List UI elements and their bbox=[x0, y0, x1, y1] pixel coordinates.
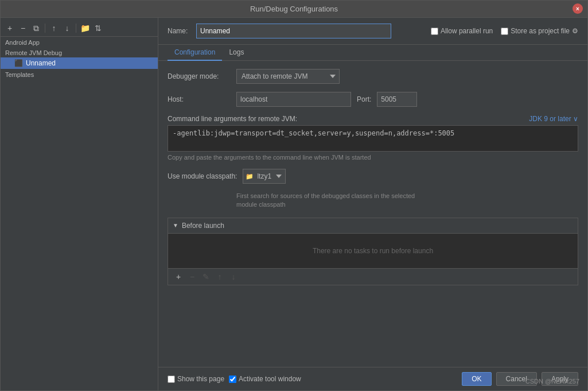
port-label: Port: bbox=[357, 95, 371, 103]
add-config-button[interactable]: + bbox=[4, 22, 15, 34]
options-group: Allow parallel run Store as project file… bbox=[431, 27, 578, 35]
command-header: Command line arguments for remote JVM: J… bbox=[168, 115, 578, 123]
sidebar-item-label: Unnamed bbox=[26, 59, 56, 67]
before-launch-section: ▼ Before launch There are no tasks to ru… bbox=[168, 218, 578, 285]
show-page-text: Show this page bbox=[177, 375, 224, 383]
name-input[interactable] bbox=[196, 24, 391, 38]
module-hint: First search for sources of the debugged… bbox=[168, 192, 578, 210]
debugger-mode-row: Debugger mode: Attach to remote JVM List… bbox=[168, 69, 578, 84]
remove-config-button[interactable]: − bbox=[17, 22, 29, 34]
config-body: Debugger mode: Attach to remote JVM List… bbox=[158, 61, 587, 367]
before-launch-body: There are no tasks to run before launch bbox=[168, 234, 578, 268]
bottom-row: Show this page Activate tool window OK C… bbox=[158, 367, 587, 390]
command-hint: Copy and paste the arguments to the comm… bbox=[168, 154, 578, 161]
tab-configuration[interactable]: Configuration bbox=[168, 45, 222, 61]
activate-tool-label[interactable]: Activate tool window bbox=[229, 375, 301, 383]
allow-parallel-checkbox[interactable] bbox=[431, 28, 438, 35]
debugger-mode-label: Debugger mode: bbox=[168, 72, 231, 80]
show-page-checkbox[interactable] bbox=[168, 375, 175, 383]
chevron-icon: ▼ bbox=[173, 222, 178, 229]
before-launch-title: Before launch bbox=[182, 222, 224, 230]
debugger-mode-select[interactable]: Attach to remote JVM Listen to remote JV… bbox=[236, 69, 340, 84]
activate-tool-checkbox[interactable] bbox=[229, 375, 236, 383]
sidebar-toolbar: + − ⧉ ↑ ↓ 📁 ⇅ bbox=[1, 20, 158, 37]
name-row: Name: Allow parallel run Store as projec… bbox=[158, 18, 587, 45]
move-down-button[interactable]: ↓ bbox=[61, 22, 73, 34]
store-project-text: Store as project file bbox=[511, 27, 570, 35]
show-page-label[interactable]: Show this page bbox=[168, 375, 224, 383]
folder-button[interactable]: 📁 bbox=[79, 22, 91, 34]
sidebar-group-remote: Remote JVM Debug bbox=[1, 47, 158, 57]
command-textarea[interactable]: -agentlib:jdwp=transport=dt_socket,serve… bbox=[168, 125, 578, 152]
module-select[interactable]: ltzy1 bbox=[243, 169, 286, 184]
launch-remove-button[interactable]: − bbox=[186, 271, 198, 282]
sort-button[interactable]: ⇅ bbox=[92, 22, 104, 34]
tab-bar: Configuration Logs bbox=[158, 45, 587, 61]
sidebar-item-unnamed[interactable]: ⬛ Unnamed bbox=[1, 57, 158, 69]
launch-up-button[interactable]: ↑ bbox=[214, 271, 225, 282]
toolbar-divider bbox=[45, 24, 45, 33]
toolbar-divider-2 bbox=[76, 24, 76, 33]
allow-parallel-text: Allow parallel run bbox=[441, 27, 493, 35]
main-content: + − ⧉ ↑ ↓ 📁 ⇅ Android App Remote JVM Deb… bbox=[1, 18, 587, 390]
host-label: Host: bbox=[168, 95, 231, 103]
command-line-label: Command line arguments for remote JVM: bbox=[168, 115, 297, 123]
module-select-wrapper: 📁 ltzy1 bbox=[243, 169, 286, 184]
allow-parallel-label[interactable]: Allow parallel run bbox=[431, 27, 493, 35]
activate-tool-text: Activate tool window bbox=[239, 375, 301, 383]
before-launch-header[interactable]: ▼ Before launch bbox=[168, 218, 578, 234]
ok-button[interactable]: OK bbox=[462, 372, 491, 386]
close-button[interactable]: × bbox=[573, 3, 583, 14]
host-input[interactable] bbox=[236, 92, 351, 107]
host-port-row: Host: Port: bbox=[168, 92, 578, 107]
sidebar: + − ⧉ ↑ ↓ 📁 ⇅ Android App Remote JVM Deb… bbox=[1, 18, 158, 390]
module-classpath-row: Use module classpath: 📁 ltzy1 bbox=[168, 169, 578, 184]
jdk-link[interactable]: JDK 9 or later ∨ bbox=[529, 115, 578, 123]
title-bar: Run/Debug Configurations × bbox=[1, 1, 587, 18]
dialog-title: Run/Debug Configurations bbox=[250, 5, 338, 13]
command-section: Command line arguments for remote JVM: J… bbox=[168, 115, 578, 161]
store-project-label[interactable]: Store as project file ⚙ bbox=[501, 27, 578, 35]
name-label: Name: bbox=[168, 27, 190, 35]
no-tasks-message: There are no tasks to run before launch bbox=[313, 247, 433, 255]
config-panel: Name: Allow parallel run Store as projec… bbox=[158, 18, 587, 390]
module-classpath-label: Use module classpath: bbox=[168, 172, 237, 180]
launch-add-button[interactable]: + bbox=[173, 271, 184, 282]
move-up-button[interactable]: ↑ bbox=[48, 22, 60, 34]
before-launch-toolbar: + − ✎ ↑ ↓ bbox=[168, 268, 578, 285]
sidebar-group-templates: Templates bbox=[1, 69, 158, 79]
tab-logs[interactable]: Logs bbox=[222, 45, 251, 61]
launch-down-button[interactable]: ↓ bbox=[228, 271, 239, 282]
port-input[interactable] bbox=[377, 92, 417, 107]
launch-edit-button[interactable]: ✎ bbox=[200, 271, 212, 282]
run-debug-dialog: Run/Debug Configurations × + − ⧉ ↑ ↓ 📁 ⇅… bbox=[0, 0, 588, 391]
sidebar-group-android: Android App bbox=[1, 37, 158, 47]
copy-config-button[interactable]: ⧉ bbox=[30, 22, 42, 34]
store-project-checkbox[interactable] bbox=[501, 28, 508, 35]
gear-icon[interactable]: ⚙ bbox=[572, 27, 578, 35]
config-icon: ⬛ bbox=[14, 59, 23, 67]
watermark: CSDN @NEAR257 bbox=[525, 378, 579, 385]
